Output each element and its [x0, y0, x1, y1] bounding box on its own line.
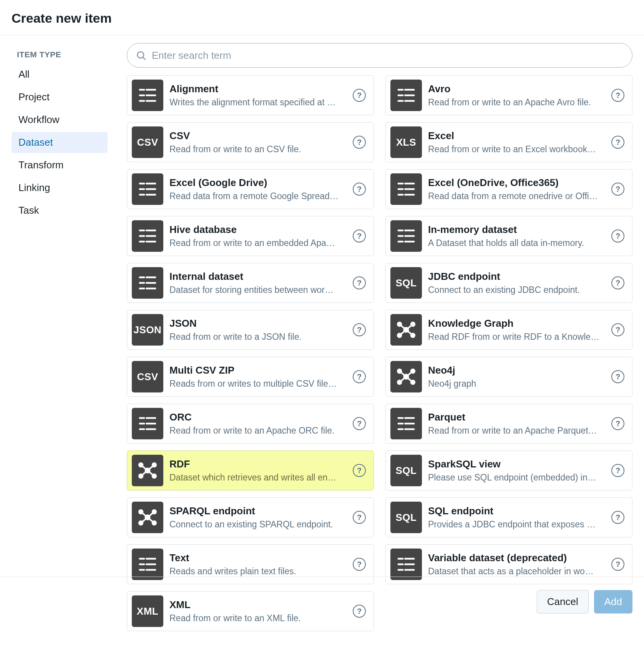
item-card-rdf[interactable]: RDFDataset which retrieves and writes al…: [127, 451, 374, 490]
help-icon[interactable]: ?: [611, 370, 624, 383]
help-icon[interactable]: ?: [353, 89, 366, 102]
help-icon[interactable]: ?: [611, 323, 624, 336]
item-card-in-memory-dataset[interactable]: In-memory datasetA Dataset that holds al…: [385, 216, 632, 256]
dialog-footer: Cancel Add: [0, 577, 644, 627]
item-card-excel-google-drive-[interactable]: Excel (Google Drive)Read data from a rem…: [127, 169, 374, 209]
lines-icon: [132, 549, 163, 580]
sql-icon: SQL: [390, 267, 422, 299]
sidebar-item-task[interactable]: Task: [12, 200, 108, 221]
svg-line-52: [406, 330, 413, 336]
card-description: Read from or write to an Apache Parquet…: [428, 426, 605, 436]
card-description: Provides a JDBC endpoint that exposes …: [428, 519, 605, 530]
help-icon[interactable]: ?: [611, 136, 624, 149]
sidebar-item-transform[interactable]: Transform: [12, 155, 108, 176]
svg-line-89: [148, 512, 154, 518]
card-body: Excel (OneDrive, Office365)Read data fro…: [428, 177, 605, 201]
item-card-csv[interactable]: CSVCSVRead from or write to an CSV file.…: [127, 122, 374, 162]
cancel-button[interactable]: Cancel: [537, 590, 589, 613]
graph-icon: [390, 314, 422, 346]
help-icon[interactable]: ?: [611, 464, 624, 477]
sidebar-heading: ITEM TYPE: [12, 47, 108, 64]
help-icon[interactable]: ?: [611, 511, 624, 524]
lines-icon: [132, 408, 163, 439]
card-body: Hive databaseRead from or write to an em…: [169, 224, 347, 248]
help-icon[interactable]: ?: [353, 511, 366, 524]
card-title: JDBC endpoint: [428, 271, 605, 283]
graph-icon: [390, 361, 422, 392]
card-description: Dataset for storing entities between wor…: [169, 285, 347, 295]
sidebar: ITEM TYPE AllProjectWorkflowDatasetTrans…: [12, 43, 108, 631]
search-input[interactable]: [152, 50, 624, 62]
svg-line-91: [148, 517, 154, 523]
card-body: Multi CSV ZIPReads from or writes to mul…: [169, 364, 347, 389]
card-title: SparkSQL view: [428, 458, 605, 470]
svg-line-60: [400, 377, 406, 382]
help-icon[interactable]: ?: [611, 229, 624, 243]
card-description: Neo4j graph: [428, 379, 605, 389]
card-body: TextReads and writes plain text files.: [169, 552, 347, 577]
item-card-jdbc-endpoint[interactable]: SQLJDBC endpointConnect to an existing J…: [385, 263, 632, 303]
help-icon[interactable]: ?: [353, 276, 366, 289]
card-description: Dataset that acts as a placeholder in wo…: [428, 566, 605, 577]
help-icon[interactable]: ?: [353, 229, 366, 243]
help-icon[interactable]: ?: [353, 136, 366, 149]
card-title: CSV: [169, 130, 347, 142]
item-card-alignment[interactable]: AlignmentWrites the alignment format spe…: [127, 75, 374, 115]
card-title: Alignment: [169, 83, 347, 95]
card-body: Variable dataset (deprecated)Dataset tha…: [428, 552, 605, 577]
item-card-avro[interactable]: AvroRead from or write to an Apache Avro…: [385, 75, 632, 115]
card-body: Internal datasetDataset for storing enti…: [169, 271, 347, 295]
card-body: Knowledge GraphRead RDF from or write RD…: [428, 318, 605, 342]
card-body: SPARQL endpointConnect to an existing SP…: [169, 505, 347, 530]
search-box[interactable]: [127, 43, 632, 68]
sidebar-item-linking[interactable]: Linking: [12, 177, 108, 198]
sidebar-item-dataset[interactable]: Dataset: [12, 132, 108, 153]
card-description: Connect to an existing JDBC endpoint.: [428, 285, 605, 295]
lines-icon: [132, 267, 163, 299]
item-card-neo4j[interactable]: Neo4jNeo4j graph?: [385, 357, 632, 397]
card-body: SparkSQL viewPlease use SQL endpoint (em…: [428, 458, 605, 483]
help-icon[interactable]: ?: [353, 183, 366, 196]
card-body: AlignmentWrites the alignment format spe…: [169, 83, 347, 108]
item-card-json[interactable]: JSONJSONRead from or write to a JSON fil…: [127, 310, 374, 350]
help-icon[interactable]: ?: [353, 323, 366, 336]
item-card-sql-endpoint[interactable]: SQLSQL endpointProvides a JDBC endpoint …: [385, 497, 632, 537]
item-card-excel-onedrive-office365-[interactable]: Excel (OneDrive, Office365)Read data fro…: [385, 169, 632, 209]
card-description: A Dataset that holds all data in-memory.: [428, 238, 605, 248]
help-icon[interactable]: ?: [353, 464, 366, 477]
card-body: ParquetRead from or write to an Apache P…: [428, 411, 605, 436]
help-icon[interactable]: ?: [611, 183, 624, 196]
svg-line-51: [400, 330, 406, 336]
card-body: RDFDataset which retrieves and writes al…: [169, 458, 347, 483]
search-icon: [136, 50, 146, 61]
item-card-orc[interactable]: ORCRead from or write to an Apache ORC f…: [127, 404, 374, 444]
item-card-internal-dataset[interactable]: Internal datasetDataset for storing enti…: [127, 263, 374, 303]
help-icon[interactable]: ?: [353, 370, 366, 383]
item-card-knowledge-graph[interactable]: Knowledge GraphRead RDF from or write RD…: [385, 310, 632, 350]
item-card-multi-csv-zip[interactable]: CSVMulti CSV ZIPReads from or writes to …: [127, 357, 374, 397]
card-body: ExcelRead from or write to an Excel work…: [428, 130, 605, 155]
item-card-excel[interactable]: XLSExcelRead from or write to an Excel w…: [385, 122, 632, 162]
lines-icon: [390, 220, 422, 252]
card-description: Writes the alignment format specified at…: [169, 97, 347, 108]
svg-line-88: [141, 512, 148, 518]
card-description: Please use SQL endpoint (embedded) in…: [428, 472, 605, 483]
help-icon[interactable]: ?: [353, 417, 366, 430]
sidebar-item-project[interactable]: Project: [12, 86, 108, 108]
item-card-sparql-endpoint[interactable]: SPARQL endpointConnect to an existing SP…: [127, 497, 374, 537]
help-icon[interactable]: ?: [611, 89, 624, 102]
item-card-hive-database[interactable]: Hive databaseRead from or write to an em…: [127, 216, 374, 256]
sidebar-item-workflow[interactable]: Workflow: [12, 109, 108, 130]
card-description: Reads and writes plain text files.: [169, 566, 347, 577]
add-button[interactable]: Add: [594, 590, 632, 613]
help-icon[interactable]: ?: [611, 417, 624, 430]
csv-icon: CSV: [132, 361, 163, 392]
item-card-parquet[interactable]: ParquetRead from or write to an Apache P…: [385, 404, 632, 444]
help-icon[interactable]: ?: [611, 558, 624, 571]
card-description: Reads from or writes to multiple CSV fil…: [169, 379, 347, 389]
sidebar-item-all[interactable]: All: [12, 64, 108, 85]
help-icon[interactable]: ?: [353, 558, 366, 571]
card-description: Read from or write to a JSON file.: [169, 332, 347, 342]
help-icon[interactable]: ?: [611, 276, 624, 289]
item-card-sparksql-view[interactable]: SQLSparkSQL viewPlease use SQL endpoint …: [385, 451, 632, 490]
